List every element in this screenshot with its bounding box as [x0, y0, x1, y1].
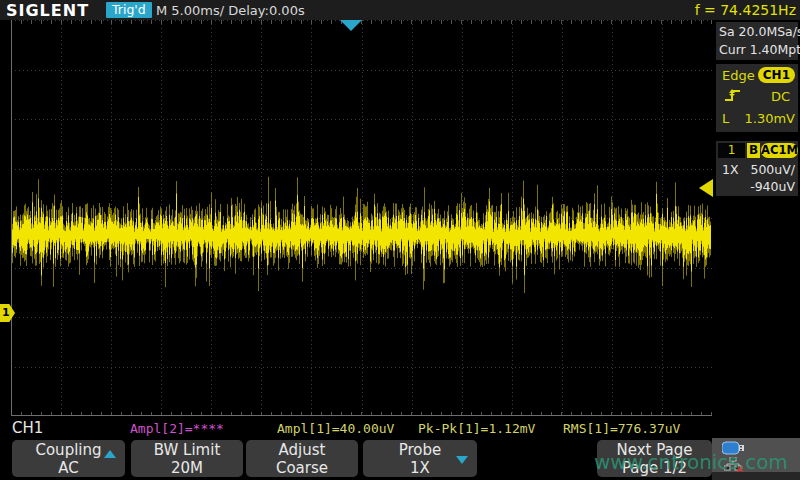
adjust-button[interactable]: Adjust Coarse	[246, 440, 358, 477]
bw-limit-button-value: 20M	[131, 459, 243, 477]
probe-attenuation: 1X	[722, 162, 739, 177]
bandwidth-limit-badge: B	[747, 143, 760, 158]
trigger-position-marker-icon[interactable]	[340, 20, 362, 31]
measurement-pkpk: Pk-Pk[1]=1.12mV	[418, 421, 535, 436]
down-arrow-icon	[456, 456, 468, 464]
channel-number: 1	[718, 143, 745, 158]
trigger-source-badge: CH1	[758, 67, 795, 83]
channel-coupling-badge: AC1M	[761, 143, 798, 158]
trigger-coupling: DC	[771, 89, 790, 104]
measurement-channel-label: CH1	[12, 419, 43, 437]
timebase-readout: M 5.00ms/ Delay:0.00s	[156, 3, 305, 18]
acquisition-info-box: Sa 20.0MSa/s Curr 1.40Mpts	[716, 22, 798, 60]
coupling-button[interactable]: Coupling AC	[12, 440, 125, 477]
bw-limit-button[interactable]: BW Limit 20M	[131, 440, 243, 477]
bw-limit-button-title: BW Limit	[131, 441, 243, 459]
trigger-level-value: 1.30mV	[744, 111, 795, 126]
top-status-bar: SIGLENT Trig'd M 5.00ms/ Delay:0.00s f =…	[0, 0, 800, 20]
waveform-canvas	[11, 20, 712, 416]
adjust-button-value: Coarse	[246, 459, 358, 477]
measurement-rms: RMS[1]=776.37uV	[563, 421, 680, 436]
channel-offset: -940uV	[750, 179, 795, 194]
trigger-level-label: L	[722, 111, 729, 126]
sample-rate: Sa 20.0MSa/s	[719, 23, 798, 41]
trigger-status-badge: Trig'd	[106, 2, 152, 18]
frequency-counter: f = 74.4251Hz	[695, 2, 796, 18]
watermark-text: www.cntronics.com	[594, 450, 788, 474]
volts-per-div: 500uV/	[750, 162, 795, 177]
channel1-info-box[interactable]: 1 B AC1M 1X 500uV/ -940uV	[716, 141, 798, 196]
siglent-logo: SIGLENT	[6, 1, 89, 20]
trigger-type: Edge	[722, 68, 755, 83]
measurement-ampl2: Ampl[2]=****	[130, 421, 224, 436]
memory-depth: Curr 1.40Mpts	[719, 41, 798, 59]
right-sidebar: Sa 20.0MSa/s Curr 1.40Mpts Edge CH1 DC L…	[713, 20, 800, 438]
trigger-info-box[interactable]: Edge CH1 DC L 1.30mV	[716, 64, 798, 132]
measurement-ampl1: Ampl[1]=40.00uV	[277, 421, 394, 436]
coupling-button-value: AC	[12, 459, 125, 477]
rising-edge-icon	[724, 88, 742, 103]
up-arrow-icon	[104, 450, 116, 458]
adjust-button-title: Adjust	[246, 441, 358, 459]
waveform-display-area	[11, 20, 712, 416]
probe-button[interactable]: Probe 1X	[363, 440, 477, 477]
